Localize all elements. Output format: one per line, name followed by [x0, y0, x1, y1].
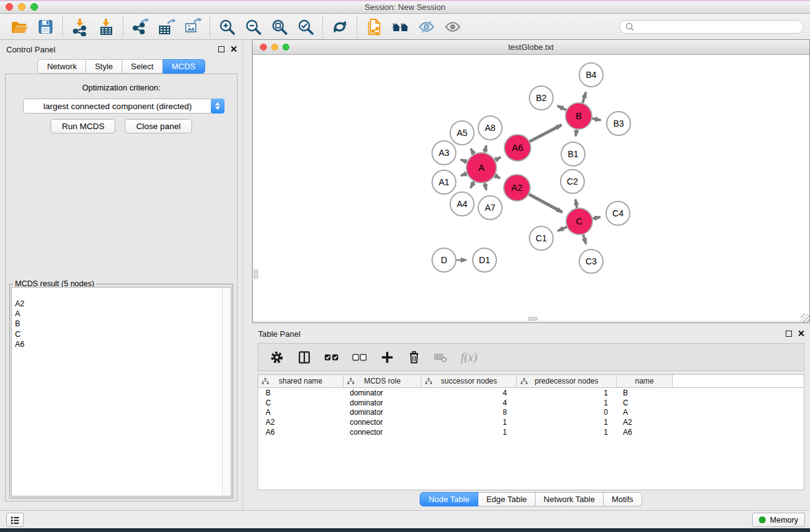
table-row[interactable]: Adominator80A — [258, 407, 804, 417]
network-canvas[interactable]: B4B2BB3A8A5A6A3B1AA1C2A2A4A7C4CC1C3DD1 — [254, 55, 809, 321]
delete-column-button[interactable] — [406, 349, 422, 365]
graph-edge-A-A1[interactable] — [461, 173, 467, 176]
zoom-in-button[interactable] — [214, 16, 240, 38]
graph-node-B[interactable]: B — [566, 103, 592, 129]
open-session-button[interactable] — [6, 16, 32, 38]
graph-node-A7[interactable]: A7 — [478, 196, 502, 220]
graph-node-A4[interactable]: A4 — [450, 192, 474, 216]
vertical-scroll-thumb[interactable] — [254, 269, 258, 279]
graph-edge-B-B1[interactable] — [576, 130, 577, 137]
graph-edge-C-C1[interactable] — [558, 227, 567, 231]
graph-edge-C-C3[interactable] — [583, 235, 586, 244]
function-builder-button[interactable]: f(x) — [461, 351, 477, 364]
graph-node-C3[interactable]: C3 — [579, 249, 603, 273]
mcds-result-item[interactable]: A — [12, 309, 231, 319]
graph-edge-A-A5[interactable] — [471, 148, 474, 154]
graph-edge-B-B2[interactable] — [557, 106, 566, 110]
graph-node-A8[interactable]: A8 — [478, 116, 502, 140]
column-header-MCDS-role[interactable]: MCDS role — [344, 375, 422, 387]
graph-edge-A6-B[interactable] — [530, 125, 562, 142]
eye-button[interactable] — [440, 16, 466, 38]
graph-node-B4[interactable]: B4 — [579, 63, 603, 87]
zoom-out-button[interactable] — [240, 16, 266, 38]
close-panel-button[interactable]: Close panel — [125, 119, 191, 133]
graph-edge-A-A6[interactable] — [495, 157, 501, 160]
table-row[interactable]: A2connector11A2 — [258, 417, 804, 427]
save-session-button[interactable] — [32, 16, 59, 38]
graph-node-C2[interactable]: C2 — [561, 170, 584, 193]
graph-node-C4[interactable]: C4 — [606, 201, 630, 225]
graph-node-D1[interactable]: D1 — [473, 248, 496, 272]
graph-edge-A-A2[interactable] — [495, 175, 500, 178]
graph-edge-C-C4[interactable] — [593, 217, 600, 219]
tab-motifs[interactable]: Motifs — [604, 492, 642, 506]
graph-node-A5[interactable]: A5 — [450, 121, 474, 145]
close-panel-icon[interactable] — [230, 46, 237, 52]
network-window-titlebar[interactable]: testGlobe.txt — [253, 40, 809, 55]
search-box[interactable] — [619, 20, 804, 34]
mcds-result-item[interactable]: A2 — [12, 299, 231, 309]
graph-edge-A-A4[interactable] — [471, 181, 475, 188]
table-row[interactable]: Cdominator41C — [258, 398, 804, 408]
graph-edge-B-B4[interactable] — [582, 92, 586, 103]
graph-edge-C-C2[interactable] — [576, 200, 577, 208]
graph-edge-B-B3[interactable] — [592, 118, 601, 120]
graph-edge-A-A7[interactable] — [485, 183, 486, 190]
memory-button[interactable]: Memory — [752, 513, 805, 527]
graph-node-D[interactable]: D — [432, 248, 456, 272]
mcds-result-item[interactable]: C — [12, 329, 231, 339]
mcds-result-item[interactable]: A6 — [12, 339, 231, 349]
refresh-button[interactable] — [327, 16, 353, 38]
deselect-all-button[interactable] — [351, 349, 369, 366]
float-table-panel-icon[interactable] — [786, 331, 792, 337]
double-home-button[interactable] — [387, 16, 413, 38]
search-input[interactable] — [638, 22, 798, 32]
result-scrollbar[interactable] — [222, 288, 230, 495]
eye-slash-button[interactable] — [413, 16, 440, 38]
graph-node-B3[interactable]: B3 — [607, 112, 630, 135]
criterion-dropdown[interactable]: largest connected component (directed) — [23, 99, 224, 114]
import-network-button[interactable] — [67, 16, 93, 38]
tab-network-table[interactable]: Network Table — [536, 492, 604, 506]
graph-node-A2[interactable]: A2 — [504, 175, 530, 201]
graph-node-A6[interactable]: A6 — [504, 135, 531, 161]
mcds-result-list[interactable]: A2ABCA6 — [11, 287, 231, 496]
column-header-name[interactable]: name — [617, 375, 673, 387]
graph-node-A3[interactable]: A3 — [432, 141, 456, 165]
tab-edge-table[interactable]: Edge Table — [478, 492, 536, 506]
graph-node-B2[interactable]: B2 — [529, 86, 553, 110]
graph-node-A1[interactable]: A1 — [432, 170, 456, 194]
graph-edge-A-A3[interactable] — [461, 160, 467, 162]
tab-mcds[interactable]: MCDS — [163, 59, 205, 74]
export-network-button[interactable] — [127, 16, 153, 38]
add-column-button[interactable] — [379, 349, 395, 365]
tab-select[interactable]: Select — [122, 59, 163, 74]
export-image-button[interactable] — [180, 16, 206, 38]
graph-node-A[interactable]: A — [466, 153, 496, 183]
graph-edge-A2-C[interactable] — [529, 194, 562, 212]
show-column-panel-button[interactable] — [296, 349, 312, 365]
graph-node-C1[interactable]: C1 — [529, 226, 553, 250]
graph-node-B1[interactable]: B1 — [561, 142, 585, 166]
tab-network[interactable]: Network — [37, 59, 86, 74]
graph-node-C[interactable]: C — [566, 208, 592, 235]
task-history-button[interactable] — [6, 513, 24, 527]
table-row[interactable]: A6connector11A6 — [258, 427, 804, 437]
run-mcds-button[interactable]: Run MCDS — [51, 119, 115, 133]
graph-edge-A-A8[interactable] — [485, 145, 486, 152]
import-table-button[interactable] — [93, 16, 119, 38]
tab-node-table[interactable]: Node Table — [420, 492, 478, 506]
window-resize-grip[interactable] — [801, 314, 809, 322]
export-table-button[interactable] — [153, 16, 180, 38]
select-all-button[interactable] — [323, 349, 340, 366]
tab-style[interactable]: Style — [86, 59, 122, 74]
column-header-successor-nodes[interactable]: successor nodes — [422, 375, 517, 387]
mcds-result-item[interactable]: B — [12, 319, 231, 329]
zoom-selected-button[interactable] — [292, 16, 319, 38]
table-settings-button[interactable] — [268, 349, 286, 366]
float-panel-icon[interactable] — [218, 46, 224, 52]
delete-table-button[interactable] — [433, 349, 449, 365]
zoom-fit-button[interactable] — [266, 16, 292, 38]
column-header-predecessor-nodes[interactable]: predecessor nodes — [517, 375, 617, 387]
network-document-button[interactable] — [361, 16, 387, 38]
